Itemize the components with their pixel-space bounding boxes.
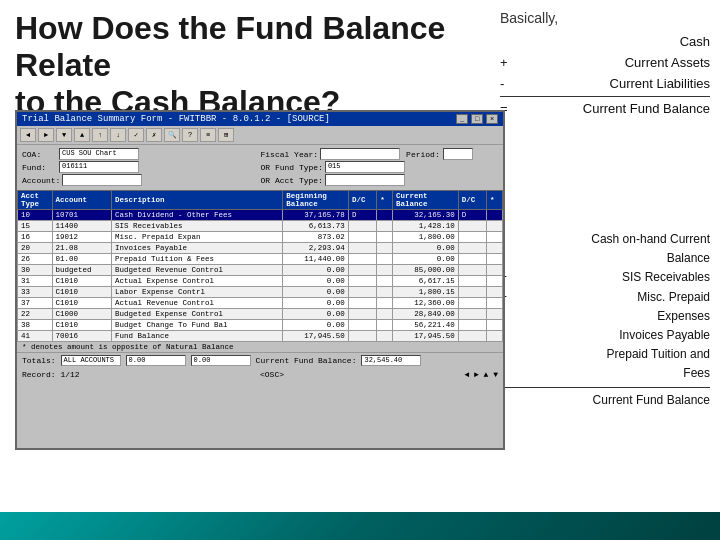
- cash-label-prepaid: Misc. PrepaidExpenses: [516, 288, 710, 326]
- cell-star2: [487, 331, 503, 342]
- cell-type: 15: [18, 221, 53, 232]
- totals-cur-input[interactable]: 0.00: [191, 355, 251, 366]
- cell-star: [377, 287, 393, 298]
- cell-star: [377, 243, 393, 254]
- cell-dc2: [458, 309, 486, 320]
- cell-beg: 17,945.50: [283, 331, 349, 342]
- cell-cur: 0.00: [393, 254, 459, 265]
- cell-beg: 6,613.73: [283, 221, 349, 232]
- toolbar-btn-8[interactable]: ✗: [146, 128, 162, 142]
- formula-label-balance: Current Fund Balance: [516, 99, 710, 120]
- totals-acct-input[interactable]: ALL ACCOUNTS: [61, 355, 121, 366]
- cell-type: 30: [18, 265, 53, 276]
- db-titlebar: Trial Balance Summary Form - FWITBBR - 8…: [17, 112, 503, 126]
- cell-dc: [348, 287, 376, 298]
- fund-type-input[interactable]: 015: [325, 161, 405, 173]
- cell-star: [377, 232, 393, 243]
- cash-section: Cash on-hand CurrentBalance + SIS Receiv…: [500, 230, 710, 410]
- db-fields: COA: CUS SOU Chart Fund: 016111 Account:…: [17, 145, 503, 190]
- totals-label: Totals:: [22, 356, 56, 365]
- close-btn[interactable]: ×: [486, 114, 498, 124]
- cell-type: 41: [18, 331, 53, 342]
- cell-type: 37: [18, 298, 53, 309]
- toolbar-btn-12[interactable]: ⊞: [218, 128, 234, 142]
- coa-input[interactable]: CUS SOU Chart: [59, 148, 139, 160]
- cell-acct: 70016: [52, 331, 111, 342]
- cell-acct: C1000: [52, 309, 111, 320]
- table-row: 38 C1010 Budget Change To Fund Bal 0.00 …: [18, 320, 503, 331]
- cash-label-invoices: Invoices Payable: [516, 326, 710, 345]
- period-label: Period:: [406, 150, 441, 159]
- toolbar-btn-6[interactable]: ↓: [110, 128, 126, 142]
- basically-label: Basically,: [500, 10, 710, 26]
- cell-acct: 19012: [52, 232, 111, 243]
- formula-row-balance: = Current Fund Balance: [500, 99, 710, 120]
- fiscal-year-field-row: Fiscal Year: Period:: [261, 148, 499, 160]
- account-input[interactable]: [62, 174, 142, 186]
- cash-row-invoices: - Invoices Payable: [500, 326, 710, 345]
- toolbar-btn-10[interactable]: ?: [182, 128, 198, 142]
- acct-type-input[interactable]: [325, 174, 405, 186]
- maximize-btn[interactable]: □: [471, 114, 483, 124]
- cell-type: 22: [18, 309, 53, 320]
- cell-star: [377, 276, 393, 287]
- formula-row-assets: + Current Assets: [500, 53, 710, 74]
- bottom-bar: [0, 512, 720, 540]
- fiscal-year-input[interactable]: [320, 148, 400, 160]
- cell-type: 38: [18, 320, 53, 331]
- toolbar-btn-9[interactable]: 🔍: [164, 128, 180, 142]
- cell-beg: 0.00: [283, 298, 349, 309]
- fund-type-label: OR Fund Type:: [261, 163, 323, 172]
- current-fund-balance-label: Current Fund Balance: [500, 391, 710, 410]
- toolbar-btn-1[interactable]: ◄: [20, 128, 36, 142]
- cell-beg: 37,165.78: [283, 210, 349, 221]
- totals-beg-input[interactable]: 0.00: [126, 355, 186, 366]
- current-fund-balance-input[interactable]: 32,545.40: [361, 355, 421, 366]
- cell-acct: 01.00: [52, 254, 111, 265]
- toolbar-btn-11[interactable]: ≡: [200, 128, 216, 142]
- period-input[interactable]: [443, 148, 473, 160]
- cell-dc2: [458, 221, 486, 232]
- cell-star: [377, 254, 393, 265]
- cell-star2: [487, 320, 503, 331]
- formula-label-cash: Cash: [516, 32, 710, 53]
- cell-desc: Budgeted Revenue Control: [111, 265, 282, 276]
- cell-cur: 0.00: [393, 243, 459, 254]
- cell-star: [377, 265, 393, 276]
- cell-dc: [348, 320, 376, 331]
- fund-field-row: Fund: 016111: [22, 161, 260, 173]
- cell-acct: 21.08: [52, 243, 111, 254]
- cash-row-prepaid: + Misc. PrepaidExpenses: [500, 288, 710, 326]
- toolbar-btn-7[interactable]: ✓: [128, 128, 144, 142]
- db-toolbar: ◄ ► ▼ ▲ ↑ ↓ ✓ ✗ 🔍 ? ≡ ⊞: [17, 126, 503, 145]
- nav-arrows: ◄ ► ▲ ▼: [464, 370, 498, 379]
- cell-star2: [487, 309, 503, 320]
- fund-input[interactable]: 016111: [59, 161, 139, 173]
- toolbar-btn-4[interactable]: ▲: [74, 128, 90, 142]
- cell-dc: [348, 254, 376, 265]
- toolbar-btn-3[interactable]: ▼: [56, 128, 72, 142]
- toolbar-btn-5[interactable]: ↑: [92, 128, 108, 142]
- cell-acct: C1010: [52, 320, 111, 331]
- table-row: 41 70016 Fund Balance 17,945.50 17,945.5…: [18, 331, 503, 342]
- cell-dc: [348, 243, 376, 254]
- formula-label-assets: Current Assets: [516, 53, 710, 74]
- cell-beg: 11,440.00: [283, 254, 349, 265]
- toolbar-btn-2[interactable]: ►: [38, 128, 54, 142]
- cell-star2: [487, 265, 503, 276]
- cell-cur: 56,221.40: [393, 320, 459, 331]
- minimize-btn[interactable]: _: [456, 114, 468, 124]
- cell-cur: 1,428.10: [393, 221, 459, 232]
- cell-desc: Cash Dividend - Other Fees: [111, 210, 282, 221]
- db-status-bar: Record: 1/12 <OSC> ◄ ► ▲ ▼: [17, 368, 503, 381]
- cell-dc: [348, 221, 376, 232]
- cell-beg: 0.00: [283, 309, 349, 320]
- cell-dc2: [458, 232, 486, 243]
- coa-label: COA:: [22, 150, 57, 159]
- cell-beg: 2,293.94: [283, 243, 349, 254]
- cell-acct: C1010: [52, 287, 111, 298]
- db-footer: Totals: ALL ACCOUNTS 0.00 0.00 Current F…: [17, 352, 503, 368]
- col-acct-type: AcctType: [18, 191, 53, 210]
- cash-row-sis: + SIS Receivables: [500, 268, 710, 287]
- title-area: How Does the Fund Balance Relate to the …: [15, 10, 505, 120]
